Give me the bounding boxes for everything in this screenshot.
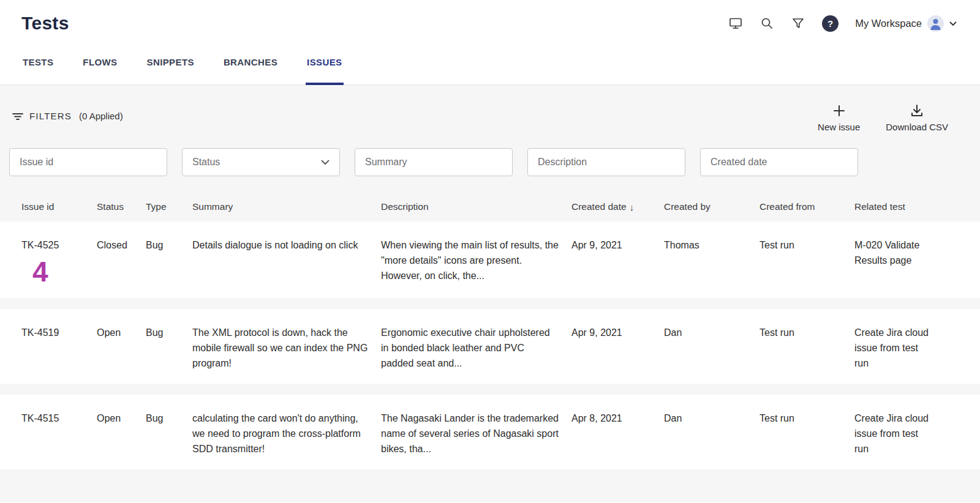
filter-icon[interactable] [791,16,805,31]
type-cell: Bug [146,325,192,340]
column-header-created-from[interactable]: Created from [760,201,854,212]
column-header-created-date[interactable]: Created date ↓ [571,201,664,212]
column-header-description[interactable]: Description [381,201,571,212]
created-date-cell: Apr 8, 2021 [571,411,664,426]
filters-applied-count: (0 Applied) [79,111,123,121]
summary-cell: calculating the card won't do anything, … [192,411,381,456]
new-issue-button[interactable]: New issue [818,103,860,132]
column-header-status[interactable]: Status [97,201,146,212]
tab-branches[interactable]: BRANCHES [222,39,279,85]
tab-bar: TESTS FLOWS SNIPPETS BRANCHES ISSUES [0,39,980,85]
table-actions: New issue Download CSV [818,103,948,132]
issue-id-cell[interactable]: TK-4515 [21,411,97,426]
annotation-marker: 4 [32,258,85,286]
download-csv-label: Download CSV [886,122,948,132]
filters-label: FILTERS [29,111,72,121]
filter-inputs-row: Status [0,132,980,176]
issue-id-cell[interactable]: TK-4519 [21,325,97,340]
issue-id: TK-4519 [21,327,59,338]
column-header-created-by[interactable]: Created by [664,201,760,212]
issue-id: TK-4515 [21,413,59,423]
tab-tests[interactable]: TESTS [21,39,55,85]
summary-cell: Details dialogue is not loading on click [192,237,381,253]
avatar [927,15,944,32]
workspace-label: My Workspace [855,18,922,29]
status-filter-select[interactable]: Status [182,148,340,176]
workspace-menu[interactable]: My Workspace [855,15,957,32]
download-icon [910,103,924,118]
created-date-filter-input[interactable] [700,148,858,176]
summary-cell: The XML protocol is down, hack the mobil… [192,325,381,371]
tab-issues[interactable]: ISSUES [306,39,343,85]
status-cell: Open [97,325,146,340]
issue-id: TK-4525 [21,240,59,250]
chevron-down-icon [949,18,957,29]
description-cell: When viewing the main list of results, t… [381,237,571,283]
filter-lines-icon [12,112,23,121]
created-by-cell: Dan [664,325,760,340]
column-header-related-test[interactable]: Related test [854,201,946,212]
summary-filter-input[interactable] [355,148,513,176]
top-bar-actions: ? My Workspace [728,15,957,32]
table-row[interactable]: TK-4515 Open Bug calculating the card wo… [0,395,980,469]
related-test-cell: Create Jira cloud issue from test run [854,325,946,371]
created-date-cell: Apr 9, 2021 [571,237,664,253]
plus-icon [832,103,846,118]
table-header: Issue id Status Type Summary Description… [0,192,980,222]
filters-bar: FILTERS (0 Applied) New issue Download C… [0,85,980,132]
created-by-cell: Dan [664,411,760,426]
description-cell: The Nagasaki Lander is the trademarked n… [381,411,571,456]
status-filter-placeholder: Status [192,157,220,168]
issue-id-filter-input[interactable] [9,148,167,176]
description-cell: Ergonomic executive chair upholstered in… [381,325,571,371]
type-cell: Bug [146,411,192,426]
created-from-cell: Test run [760,411,854,426]
table-row[interactable]: TK-4525 4 Closed Bug Details dialogue is… [0,222,980,298]
search-icon[interactable] [760,16,774,31]
new-issue-label: New issue [818,122,860,132]
status-cell: Open [97,411,146,426]
tab-flows[interactable]: FLOWS [81,39,118,85]
table-row[interactable]: TK-4519 Open Bug The XML protocol is dow… [0,309,980,384]
sort-descending-icon: ↓ [630,202,635,212]
related-test-cell: M-020 Validate Results page [854,237,946,268]
help-icon[interactable]: ? [822,15,839,32]
created-from-cell: Test run [760,237,854,253]
page-title: Tests [21,13,69,34]
related-test-cell: Create Jira cloud issue from test run [854,411,946,456]
monitor-icon[interactable] [728,16,743,31]
description-filter-input[interactable] [527,148,685,176]
created-date-header-label: Created date [571,201,627,212]
created-date-cell: Apr 9, 2021 [571,325,664,340]
tab-snippets[interactable]: SNIPPETS [146,39,195,85]
status-cell: Closed [97,237,146,253]
chevron-down-icon [321,160,330,165]
created-by-cell: Thomas [664,237,760,253]
download-csv-button[interactable]: Download CSV [886,103,948,132]
column-header-issue-id[interactable]: Issue id [21,201,97,212]
issues-content: FILTERS (0 Applied) New issue Download C… [0,85,980,502]
filters-toggle[interactable]: FILTERS (0 Applied) [12,111,123,121]
issue-id-cell[interactable]: TK-4525 4 [21,237,97,286]
column-header-type[interactable]: Type [146,201,192,212]
column-header-summary[interactable]: Summary [192,201,381,212]
type-cell: Bug [146,237,192,253]
top-bar: Tests ? My Workspace [0,0,980,39]
created-from-cell: Test run [760,325,854,340]
